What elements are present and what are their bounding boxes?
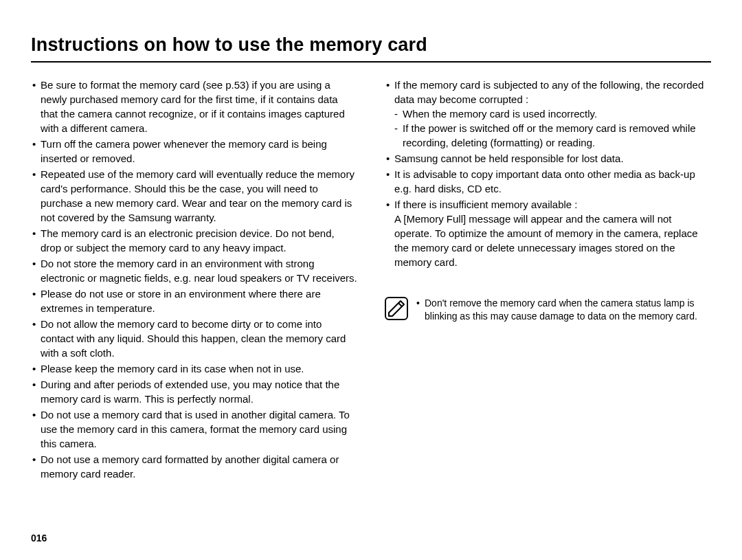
page-title: Instructions on how to use the memory ca… [31,34,711,56]
list-item: Be sure to format the memory card (see p… [31,78,357,135]
list-item: If there is insufficient memory availabl… [385,197,711,269]
page-number: 016 [31,533,47,544]
sub-list: When the memory card is used incorrectly… [394,107,711,150]
list-item: If the memory card is subjected to any o… [385,78,711,150]
note-box: Don't remove the memory card when the ca… [385,297,711,323]
list-item: Turn off the camera power whenever the m… [31,137,357,166]
right-bullet-list: If the memory card is subjected to any o… [385,78,711,269]
note-item: Don't remove the memory card when the ca… [416,297,711,323]
list-item: Repeated use of the memory card will eve… [31,167,357,225]
list-item: During and after periods of extended use… [31,377,357,406]
list-item: Do not use a memory card that is used in… [31,407,357,451]
sub-list-item: If the power is switched off or the memo… [394,121,711,150]
list-item: Please do not use or store in an environ… [31,287,357,315]
list-item: Do not store the memory card in an envir… [31,256,357,285]
note-content: Don't remove the memory card when the ca… [416,297,711,323]
list-item: Do not use a memory card formatted by an… [31,452,357,481]
list-item: It is advisable to copy important data o… [385,167,711,196]
page-container: Instructions on how to use the memory ca… [0,0,742,560]
note-icon [385,297,408,320]
list-item: The memory card is an electronic precisi… [31,226,357,255]
list-item: Please keep the memory card in its case … [31,361,357,376]
left-column: Be sure to format the memory card (see p… [31,78,357,482]
title-rule [31,61,711,63]
right-column: If the memory card is subjected to any o… [385,78,711,482]
svg-line-1 [398,303,402,306]
list-item: Samsung cannot be held responsible for l… [385,151,711,166]
list-item: Do not allow the memory card to become d… [31,317,357,360]
sub-list-item: When the memory card is used incorrectly… [394,107,711,121]
two-column-layout: Be sure to format the memory card (see p… [31,78,711,482]
left-bullet-list: Be sure to format the memory card (see p… [31,78,357,481]
